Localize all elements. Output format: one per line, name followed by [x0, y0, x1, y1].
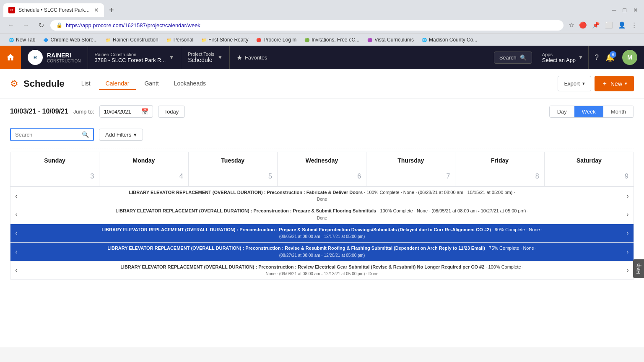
bookmark-vista[interactable]: 🟣 Vista Curriculums	[364, 36, 417, 44]
bookmark-label: Raineri Construction	[113, 37, 158, 43]
date-cell-4: 4	[99, 169, 188, 186]
export-button[interactable]: Export ▾	[558, 76, 591, 91]
day-header-friday: Friday	[455, 152, 544, 169]
bookmark-label: New Tab	[16, 37, 35, 43]
date-cell-7: 7	[366, 169, 455, 186]
bookmark-raineri[interactable]: 📁 Raineri Construction	[102, 36, 162, 44]
tool-label: Project Tools	[188, 52, 214, 57]
add-filters-button[interactable]: Add Filters ▾	[99, 129, 143, 141]
calendar-search-icon: 🔍	[82, 131, 89, 138]
bookmark-label: Personal	[174, 37, 193, 43]
header-search-button[interactable]: Search 🔍	[494, 52, 532, 64]
back-button[interactable]: ←	[5, 19, 17, 31]
event-nav-prev-5[interactable]: ‹	[10, 266, 22, 274]
new-button[interactable]: ＋ New ▾	[595, 76, 634, 91]
calendar-icon[interactable]: 📅	[141, 108, 148, 115]
settings-gear-icon: ⚙	[10, 78, 18, 89]
date-input-wrapper[interactable]: 📅	[99, 105, 153, 118]
event-nav-next-1[interactable]: ›	[622, 192, 634, 200]
profile-icon[interactable]: 👤	[616, 20, 628, 31]
notification-badge: 6	[610, 51, 616, 58]
notifications-button[interactable]: 🔔 6	[603, 50, 617, 65]
day-view-button[interactable]: Day	[550, 106, 574, 117]
tab-close-icon[interactable]: ✕	[94, 7, 99, 13]
event-title-1: LIBRARY ELEVATOR REPLACEMENT (OVERALL DU…	[129, 190, 363, 195]
minimize-button[interactable]: ─	[610, 6, 619, 14]
bookmark-personal[interactable]: 📁 Personal	[163, 36, 197, 44]
new-tab-button[interactable]: +	[106, 4, 117, 17]
event-nav-prev-2[interactable]: ‹	[10, 211, 22, 218]
company-sub: CONSTRUCTION	[47, 59, 81, 63]
bookmark-star-icon[interactable]: ☆	[567, 20, 576, 31]
extension-icon-2[interactable]: 📌	[590, 20, 602, 31]
main-content: ⚙ Schedule List Calendar Gantt Lookahead…	[0, 69, 644, 347]
event-text-1[interactable]: LIBRARY ELEVATOR REPLACEMENT (OVERALL DU…	[22, 187, 622, 205]
bookmark-label: Madison County Co...	[429, 37, 477, 43]
filter-chevron-icon: ▾	[134, 132, 137, 138]
menu-icon[interactable]: ⋮	[629, 20, 639, 31]
bookmark-invitations[interactable]: 🟢 Invitations, Free eC...	[301, 36, 363, 44]
extension-icon-3[interactable]: ⬜	[603, 20, 615, 31]
plus-icon: ＋	[601, 79, 608, 88]
project-selector[interactable]: Raineri Construction 3788 - SLCC Forest …	[88, 46, 182, 69]
tab-lookaheads[interactable]: Lookaheads	[167, 78, 213, 90]
date-cell-3: 3	[10, 169, 99, 186]
event-nav-prev-1[interactable]: ‹	[10, 192, 22, 200]
event-nav-next-3[interactable]: ›	[622, 229, 634, 237]
maximize-button[interactable]: □	[621, 6, 629, 14]
calendar-search-input[interactable]	[15, 132, 79, 138]
event-nav-prev-3[interactable]: ‹	[10, 229, 22, 237]
new-chevron-icon: ▾	[625, 81, 627, 86]
date-cell-9: 9	[545, 169, 634, 186]
home-button[interactable]	[0, 46, 21, 69]
page-title: Schedule	[23, 78, 65, 89]
bookmark-new-tab[interactable]: 🌐 New Tab	[5, 36, 39, 44]
reload-button[interactable]: ↻	[35, 19, 47, 31]
event-text-2[interactable]: LIBRARY ELEVATOR REPLACEMENT (OVERALL DU…	[22, 205, 622, 223]
tab-bar: C Schedule • SLCC Forest Park Rep... ✕ +…	[0, 0, 644, 17]
tool-name: Schedule	[188, 57, 214, 63]
bookmark-madison[interactable]: 🌐 Madison County Co...	[418, 36, 480, 44]
address-bar[interactable]: 🔒 https://app.procore.com/1621587/projec…	[50, 20, 564, 31]
user-avatar[interactable]: M	[622, 50, 637, 65]
bookmark-label: Invitations, Free eC...	[312, 37, 359, 43]
event-text-3[interactable]: LIBRARY ELEVATOR REPLACEMENT (OVERALL DU…	[22, 224, 622, 242]
filter-label: Add Filters	[105, 132, 131, 138]
extension-icon-1[interactable]: 🔴	[577, 20, 589, 31]
export-chevron-icon: ▾	[582, 81, 585, 86]
window-controls: ─ □ ✕	[610, 6, 641, 14]
event-nav-next-2[interactable]: ›	[622, 211, 634, 218]
bookmark-chrome-store[interactable]: 🔷 Chrome Web Store...	[39, 36, 101, 44]
tool-selector[interactable]: Project Tools Schedule ▼	[181, 46, 230, 69]
today-button[interactable]: Today	[158, 106, 185, 118]
day-header-tuesday: Tuesday	[189, 152, 278, 169]
tab-gantt[interactable]: Gantt	[138, 78, 165, 90]
event-nav-prev-4[interactable]: ‹	[10, 248, 22, 256]
week-view-button[interactable]: Week	[574, 106, 603, 117]
event-text-5[interactable]: LIBRARY ELEVATOR REPLACEMENT (OVERALL DU…	[22, 261, 622, 279]
date-cell-8: 8	[455, 169, 544, 186]
browser-tab-active[interactable]: C Schedule • SLCC Forest Park Rep... ✕	[3, 3, 104, 17]
forward-button[interactable]: →	[20, 19, 32, 31]
url-text: https://app.procore.com/1621587/project/…	[66, 22, 558, 28]
tab-list[interactable]: List	[75, 78, 97, 90]
event-title-2: LIBRARY ELEVATOR REPLACEMENT (OVERALL DU…	[115, 208, 376, 213]
help-button[interactable]: ?	[592, 51, 601, 65]
tab-calendar[interactable]: Calendar	[99, 78, 136, 90]
bookmark-first-stone[interactable]: 📁 First Stone Realty	[197, 36, 252, 44]
event-nav-next-5[interactable]: ›	[622, 266, 634, 274]
company-logo[interactable]: R RAINERI CONSTRUCTION	[21, 46, 88, 69]
calendar-events: ‹ LIBRARY ELEVATOR REPLACEMENT (OVERALL …	[10, 186, 634, 280]
close-window-button[interactable]: ✕	[631, 6, 641, 14]
help-sidebar-button[interactable]: Help	[633, 259, 644, 278]
month-view-button[interactable]: Month	[603, 106, 634, 117]
event-nav-next-4[interactable]: ›	[622, 248, 634, 256]
event-text-4[interactable]: LIBRARY ELEVATOR REPLACEMENT (OVERALL DU…	[22, 243, 622, 261]
apps-selector[interactable]: Apps Select an App ▼	[537, 46, 589, 69]
project-id: 3788 - SLCC Forest Park R...	[95, 57, 166, 63]
header-icons: ? 🔔 6 M	[589, 50, 644, 65]
bookmark-green-icon: 🟢	[304, 37, 310, 43]
date-input[interactable]	[104, 109, 140, 115]
favorites-button[interactable]: ★ Favorites	[230, 54, 274, 62]
bookmark-procore[interactable]: 🔴 Procore Log In	[252, 36, 300, 44]
